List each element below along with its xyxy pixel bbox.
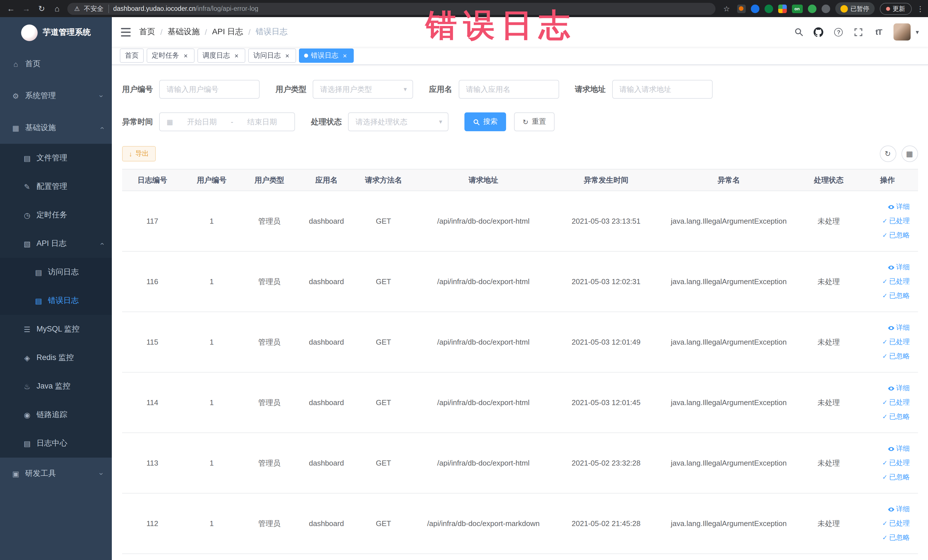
tab-schedule-log[interactable]: 调度日志 × bbox=[197, 49, 245, 63]
detail-link[interactable]: 详细 bbox=[887, 262, 910, 272]
method-cell: GET bbox=[355, 433, 412, 493]
mark-ignored-link[interactable]: ✓已忽略 bbox=[882, 412, 910, 422]
export-button[interactable]: ↓ 导出 bbox=[122, 146, 156, 162]
breadcrumb-home[interactable]: 首页 bbox=[139, 27, 155, 37]
sidebar-item-log-center[interactable]: ▤ 日志中心 bbox=[0, 429, 112, 458]
tabs-bar: 首页 定时任务 × 调度日志 × 访问日志 × 错误日志 × bbox=[112, 47, 928, 65]
tab-scheduled-jobs[interactable]: 定时任务 × bbox=[147, 49, 195, 63]
page: ← → ↻ ⌂ ⚠ 不安全 dashboard.yudao.iocoder.cn… bbox=[0, 0, 928, 560]
sidebar-item-tracing[interactable]: ◉ 链路追踪 bbox=[0, 401, 112, 429]
status-cell: 未处理 bbox=[800, 191, 857, 251]
breadcrumb-api-log[interactable]: API 日志 bbox=[212, 27, 243, 37]
detail-link[interactable]: 详细 bbox=[887, 323, 910, 333]
search-button[interactable]: 搜索 bbox=[464, 112, 506, 131]
method-cell: GET bbox=[355, 493, 412, 554]
font-size-icon[interactable]: tT bbox=[873, 27, 884, 37]
user-avatar[interactable] bbox=[893, 23, 911, 41]
exception-time-cell: 2021-05-03 12:02:31 bbox=[554, 251, 657, 312]
extension-icon[interactable] bbox=[778, 4, 786, 13]
log-id-cell: 112 bbox=[122, 493, 183, 554]
chevron-up-icon: › bbox=[97, 127, 106, 129]
tab-access-log[interactable]: 访问日志 × bbox=[248, 49, 296, 63]
mark-ignored-link[interactable]: ✓已忽略 bbox=[882, 351, 910, 361]
column-header-request-url: 请求地址 bbox=[412, 169, 554, 191]
search-icon[interactable] bbox=[794, 27, 804, 37]
mark-processed-link[interactable]: ✓已处理 bbox=[882, 519, 910, 528]
update-button[interactable]: 更新 bbox=[879, 3, 911, 15]
detail-link[interactable]: 详细 bbox=[887, 504, 910, 514]
extension-icon[interactable] bbox=[821, 4, 830, 13]
column-settings-button[interactable]: ▦ bbox=[901, 145, 918, 162]
paused-badge[interactable]: 已暂停 bbox=[835, 2, 875, 15]
close-icon[interactable]: × bbox=[182, 52, 189, 60]
sidebar-item-java-monitor[interactable]: ♨ Java 监控 bbox=[0, 372, 112, 401]
hamburger-icon[interactable] bbox=[112, 17, 139, 47]
mark-processed-link[interactable]: ✓已处理 bbox=[882, 398, 910, 407]
sidebar-item-mysql-monitor[interactable]: ☰ MySQL 监控 bbox=[0, 315, 112, 343]
sidebar-item-infrastructure[interactable]: ▦ 基础设施 › bbox=[0, 112, 112, 144]
processed-link-label: 已处理 bbox=[889, 519, 910, 528]
mark-ignored-link[interactable]: ✓已忽略 bbox=[882, 533, 910, 543]
reload-icon[interactable]: ↻ bbox=[37, 4, 47, 13]
close-icon[interactable]: × bbox=[284, 52, 291, 60]
sidebar-item-file-management[interactable]: ▤ 文件管理 bbox=[0, 144, 112, 172]
detail-link[interactable]: 详细 bbox=[887, 444, 910, 453]
sidebar-item-error-log[interactable]: ▤ 错误日志 bbox=[0, 287, 112, 315]
ignored-link-label: 已忽略 bbox=[889, 533, 910, 543]
sidebar-item-dev-tools[interactable]: ▣ 研发工具 › bbox=[0, 458, 112, 490]
sidebar-item-config-management[interactable]: ✎ 配置管理 bbox=[0, 172, 112, 201]
user-id-input[interactable] bbox=[159, 80, 259, 99]
sidebar-item-system[interactable]: ⚙ 系统管理 › bbox=[0, 80, 112, 112]
close-icon[interactable]: × bbox=[233, 52, 240, 60]
app-logo[interactable]: 芋道管理系统 bbox=[0, 17, 112, 48]
sidebar-item-scheduled-jobs[interactable]: ◷ 定时任务 bbox=[0, 201, 112, 229]
request-url-input[interactable] bbox=[612, 80, 712, 99]
mark-ignored-link[interactable]: ✓已忽略 bbox=[882, 472, 910, 482]
github-icon[interactable] bbox=[814, 27, 824, 37]
process-status-select[interactable]: 请选择处理状态 ▾ bbox=[348, 112, 449, 131]
browser-home-icon[interactable]: ⌂ bbox=[52, 4, 62, 13]
back-icon[interactable]: ← bbox=[6, 4, 16, 13]
sidebar-item-redis-monitor[interactable]: ◈ Redis 监控 bbox=[0, 343, 112, 372]
exception-time-range-picker[interactable]: ▦ 开始日期 - 结束日期 bbox=[159, 112, 295, 131]
tab-error-log[interactable]: 错误日志 × bbox=[299, 49, 354, 63]
mark-processed-link[interactable]: ✓已处理 bbox=[882, 277, 910, 287]
fullscreen-icon[interactable] bbox=[853, 27, 864, 37]
mark-ignored-link[interactable]: ✓已忽略 bbox=[882, 230, 910, 240]
sidebar-item-api-log[interactable]: ▧ API 日志 › bbox=[0, 229, 112, 258]
extension-icon[interactable]: on bbox=[792, 4, 803, 13]
user-menu-caret-icon[interactable]: ▾ bbox=[916, 28, 919, 36]
address-bar[interactable]: ⚠ 不安全 dashboard.yudao.iocoder.cn/infra/l… bbox=[67, 3, 715, 15]
detail-link-label: 详细 bbox=[896, 444, 910, 453]
browser-menu-icon[interactable]: ⋮ bbox=[917, 4, 922, 13]
extension-icon[interactable] bbox=[737, 4, 745, 13]
breadcrumb-infrastructure[interactable]: 基础设施 bbox=[168, 27, 200, 37]
eye-icon bbox=[887, 445, 894, 452]
close-icon[interactable]: × bbox=[341, 52, 349, 60]
sidebar-item-label: 定时任务 bbox=[37, 210, 67, 220]
mark-ignored-link[interactable]: ✓已忽略 bbox=[882, 291, 910, 301]
refresh-table-button[interactable]: ↻ bbox=[879, 145, 896, 162]
detail-link[interactable]: 详细 bbox=[887, 383, 910, 393]
mark-processed-link[interactable]: ✓已处理 bbox=[882, 458, 910, 468]
sidebar-item-access-log[interactable]: ▤ 访问日志 bbox=[0, 258, 112, 287]
detail-link[interactable]: 详细 bbox=[887, 202, 910, 212]
extension-icon[interactable] bbox=[751, 4, 759, 13]
user-type-select[interactable]: 请选择用户类型 ▾ bbox=[313, 80, 413, 99]
extension-icon[interactable] bbox=[764, 4, 773, 13]
exception-time-cell: 2021-05-02 21:45:28 bbox=[554, 493, 657, 554]
sidebar-item-home[interactable]: ⌂ 首页 bbox=[0, 48, 112, 80]
refresh-icon: ↻ bbox=[523, 118, 528, 126]
mark-processed-link[interactable]: ✓已处理 bbox=[882, 337, 910, 347]
bookmark-star-icon[interactable]: ☆ bbox=[722, 4, 732, 13]
tab-home[interactable]: 首页 bbox=[120, 49, 144, 63]
help-icon[interactable]: ? bbox=[833, 27, 844, 37]
user-type-cell: 管理员 bbox=[241, 433, 298, 493]
user-id-cell: 1 bbox=[183, 493, 241, 554]
reset-button[interactable]: ↻ 重置 bbox=[514, 112, 554, 131]
column-header-log-id: 日志编号 bbox=[122, 169, 183, 191]
forward-icon[interactable]: → bbox=[21, 4, 31, 13]
extension-icon[interactable] bbox=[807, 4, 816, 13]
mark-processed-link[interactable]: ✓已处理 bbox=[882, 216, 910, 226]
app-name-input[interactable] bbox=[458, 80, 559, 99]
